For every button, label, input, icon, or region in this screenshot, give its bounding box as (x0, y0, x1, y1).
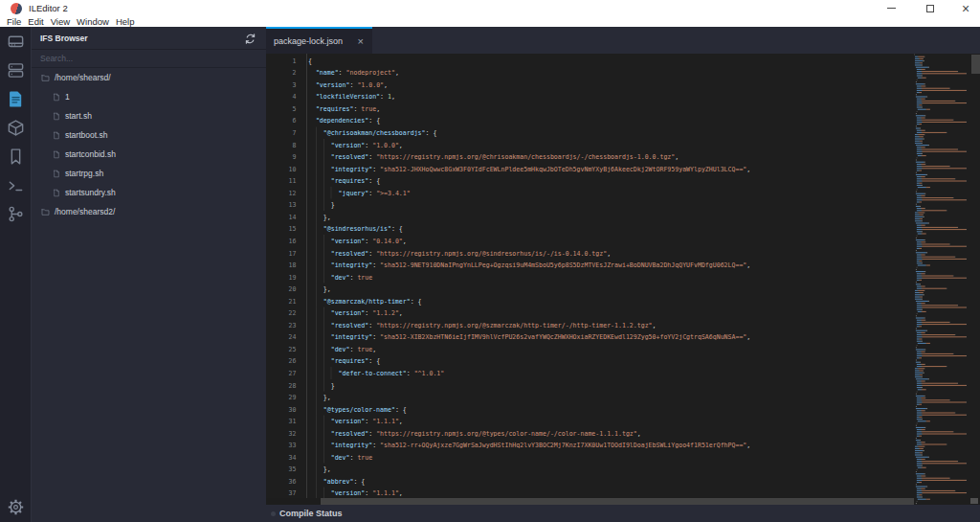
indent-guide (316, 439, 317, 451)
indent-guide (316, 294, 317, 306)
code-line[interactable]: 25 "dev": true, (266, 343, 974, 355)
code-line[interactable]: 27 "defer-to-connect": "^1.0.1" (266, 367, 974, 379)
code-line[interactable]: 22 "version": "1.1.2", (266, 306, 974, 319)
code-line[interactable]: 21 "@szmarczak/http-timer": { (266, 294, 974, 306)
remote-system-icon[interactable] (7, 33, 25, 51)
minimap[interactable] (914, 54, 971, 505)
code-line[interactable]: 9 "resolved": "https://registry.npmjs.or… (266, 150, 974, 163)
menu-file[interactable]: File (7, 16, 21, 27)
code-line[interactable]: 7 "@chrisoakman/chessboardjs": { (266, 126, 974, 139)
ifs-browser-icon[interactable] (7, 90, 25, 108)
tree-item-home-shearsd2[interactable]: /home/shearsd2/ (32, 202, 266, 221)
code-line[interactable]: 36 "abbrev": { (266, 475, 974, 488)
line-number: 28 (266, 378, 297, 391)
line-number: 22 (266, 306, 297, 319)
code-line[interactable]: 31 "version": "1.1.1", (266, 415, 974, 427)
code-line[interactable]: 34 "dev": true (266, 451, 974, 464)
code-line[interactable]: 11 "requires": { (266, 174, 974, 187)
code-line[interactable]: 2 "name": "nodeproject", (266, 66, 974, 79)
code-line[interactable]: 33 "integrity": "sha512-rr+OQyAjxze7GgWr… (266, 439, 974, 451)
code-line[interactable]: 32 "resolved": "https://registry.npmjs.o… (266, 426, 974, 439)
indent-guide (323, 354, 324, 367)
minimize-button[interactable] (875, 0, 907, 16)
file-icon (53, 93, 60, 102)
code-line[interactable]: 19 "dev": true (266, 270, 974, 283)
object-browser-icon[interactable] (7, 119, 25, 137)
tree-item-start-sh[interactable]: start.sh (32, 106, 266, 125)
indent-guide (323, 439, 324, 451)
library-list-icon[interactable] (7, 61, 25, 79)
code-line[interactable]: 17 "resolved": "https://registry.npmjs.o… (266, 246, 974, 259)
menu-edit[interactable]: Edit (28, 16, 43, 27)
vertical-scrollbar-thumb[interactable] (971, 55, 980, 74)
code-line-text: "dev": true (308, 273, 372, 281)
code-line-text: "resolved": "https://registry.npmjs.org/… (308, 249, 611, 257)
code-line[interactable]: 3 "version": "1.0.0", (266, 79, 974, 91)
editor-column: package-lock.json × 1{2 "name": "nodepro… (266, 27, 980, 522)
code-line[interactable]: 14 }, (266, 211, 974, 223)
indent-guide (323, 378, 324, 391)
line-number: 17 (266, 246, 297, 259)
tab-package-lock-json[interactable]: package-lock.json × (266, 27, 372, 54)
code-line[interactable]: 20 }, (266, 283, 974, 295)
code-line[interactable]: 15 "@sindresorhus/is": { (266, 222, 974, 235)
horizontal-scrollbar[interactable] (266, 498, 914, 505)
maximize-button[interactable] (914, 0, 947, 16)
code-editor[interactable]: 1{2 "name": "nodeproject",3 "version": "… (266, 54, 980, 505)
file-icon (53, 170, 60, 178)
indent-guide (316, 354, 317, 367)
code-line[interactable]: 24 "integrity": "sha512-XIB2XbzHTN6ieIjf… (266, 330, 974, 343)
horizontal-scrollbar-thumb[interactable] (321, 498, 914, 505)
close-button[interactable]: × (949, 0, 980, 16)
refresh-icon[interactable] (244, 32, 256, 44)
code-line[interactable]: 26 "requires": { (266, 354, 974, 367)
code-line[interactable]: 4 "lockfileVersion": 1, (266, 90, 974, 102)
code-line[interactable]: 37 "version": "1.1.1", (266, 487, 974, 499)
search-input[interactable] (32, 54, 266, 63)
line-number: 7 (266, 126, 297, 139)
tab-label: package-lock.json (274, 36, 343, 46)
indent-guide (316, 211, 317, 223)
status-dot (271, 511, 276, 516)
tree-item-startrpg-sh[interactable]: startrpg.sh (32, 164, 266, 183)
menu-view[interactable]: View (51, 16, 70, 27)
code-line[interactable]: 5 "requires": true, (266, 102, 974, 115)
code-line[interactable]: 13 } (266, 198, 974, 211)
gear-icon[interactable] (7, 498, 25, 516)
tree-item-startconbid-sh[interactable]: startconbid.sh (32, 145, 266, 164)
tree-item-startboot-sh[interactable]: startboot.sh (32, 125, 266, 145)
sidebar-search (32, 50, 266, 68)
code-line[interactable]: 23 "resolved": "https://registry.npmjs.o… (266, 319, 974, 331)
vertical-scrollbar[interactable] (971, 54, 980, 505)
code-line[interactable]: 35 }, (266, 463, 974, 475)
menu-help[interactable]: Help (116, 16, 135, 27)
tab-close-icon[interactable]: × (358, 36, 364, 46)
line-number: 1 (266, 55, 297, 67)
indent-guide (316, 487, 317, 499)
code-line[interactable]: 12 "jquery": ">=3.4.1" (266, 187, 974, 199)
code-line[interactable]: 6 "dependencies": { (266, 114, 974, 126)
line-number: 32 (266, 426, 297, 439)
line-number: 16 (266, 235, 297, 247)
code-line[interactable]: 1{ (266, 55, 974, 67)
source-control-icon[interactable] (7, 205, 25, 223)
bookmarks-icon[interactable] (7, 148, 25, 166)
code-line-text: "version": "1.1.1", (308, 489, 403, 497)
menu-window[interactable]: Window (77, 16, 109, 27)
code-line[interactable]: 28 } (266, 378, 974, 391)
tree-item-label: /home/shearsd/ (55, 73, 111, 82)
code-line-text: "name": "nodeproject", (308, 69, 399, 77)
code-line[interactable]: 8 "version": "1.0.0", (266, 138, 974, 150)
code-line[interactable]: 29 }, (266, 391, 974, 403)
tree-item-home-shearsd[interactable]: /home/shearsd/ (32, 68, 266, 87)
code-line[interactable]: 30 "@types/color-name": { (266, 402, 974, 415)
terminal-icon[interactable] (7, 176, 25, 194)
line-number: 30 (266, 402, 297, 415)
tree-item-startsundry-sh[interactable]: startsundry.sh (32, 183, 266, 202)
code-line[interactable]: 18 "integrity": "sha512-9NET910DNaIPngYn… (266, 259, 974, 271)
code-line[interactable]: 16 "version": "0.14.0", (266, 235, 974, 247)
line-number: 24 (266, 330, 297, 343)
code-line-text: "resolved": "https://registry.npmjs.org/… (308, 321, 657, 329)
tree-item-1[interactable]: 1 (32, 87, 266, 106)
code-line[interactable]: 10 "integrity": "sha512-JHXHoQwwc8GxW3F0… (266, 162, 974, 174)
